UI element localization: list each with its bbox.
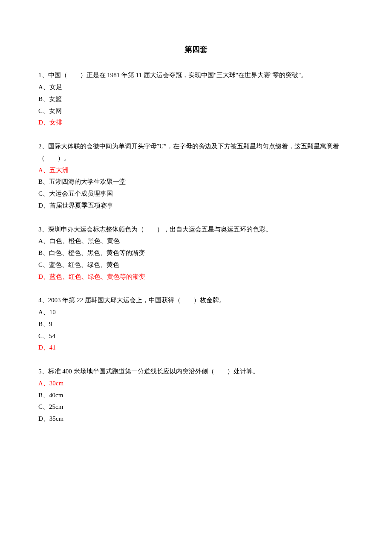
option-c: C、女网 — [38, 105, 354, 117]
question-text: 5、标准 400 米场地半圆式跑道第一分道线长应以内突沿外侧（ ）处计算。 — [38, 366, 354, 378]
option-a: A、女足 — [38, 81, 354, 93]
option-b: B、9 — [38, 318, 354, 330]
option-c: C、25cm — [38, 401, 354, 413]
question-text: 3、深圳申办大运会标志整体颜色为（ ），出自大运会五星与奥运五环的色彩。 — [38, 224, 354, 236]
option-c: C、54 — [38, 330, 354, 342]
option-b: B、白色、橙色、黑色、黄色等的渐变 — [38, 247, 354, 259]
question-block: 4、2003 年第 22 届韩国大邱大运会上，中国获得（ ）枚金牌。 A、10 … — [38, 295, 354, 354]
option-b: B、女篮 — [38, 93, 354, 105]
option-a: A、10 — [38, 306, 354, 318]
option-d: D、女排 — [38, 117, 354, 129]
option-c: C、蓝色、红色、绿色、黄色 — [38, 259, 354, 271]
option-d: D、41 — [38, 342, 354, 354]
option-d: D、蓝色、红色、绿色、黄色等的渐变 — [38, 271, 354, 283]
option-c: C、大运会五个成员理事国 — [38, 188, 354, 200]
page-title: 第四套 — [38, 43, 354, 57]
question-text: 4、2003 年第 22 届韩国大邱大运会上，中国获得（ ）枚金牌。 — [38, 295, 354, 306]
question-block: 5、标准 400 米场地半圆式跑道第一分道线长应以内突沿外侧（ ）处计算。 A、… — [38, 366, 354, 425]
question-text: 1、中国（ ）正是在 1981 年第 11 届大运会夺冠，实现中国"三大球"在世… — [38, 69, 354, 81]
question-block: 3、深圳申办大运会标志整体颜色为（ ），出自大运会五星与奥运五环的色彩。 A、白… — [38, 224, 354, 283]
question-text: 2、国际大体联的会徽中间为单词开头字母″U″，在字母的旁边及下方被五颗星均匀点缀… — [38, 141, 354, 165]
option-a: A、五大洲 — [38, 165, 354, 176]
document-page: 第四套 1、中国（ ）正是在 1981 年第 11 届大运会夺冠，实现中国"三大… — [0, 0, 392, 462]
option-b: B、五湖四海的大学生欢聚一堂 — [38, 176, 354, 188]
option-b: B、40cm — [38, 390, 354, 402]
question-block: 2、国际大体联的会徽中间为单词开头字母″U″，在字母的旁边及下方被五颗星均匀点缀… — [38, 141, 354, 212]
option-a: A、30cm — [38, 378, 354, 390]
option-d: D、35cm — [38, 413, 354, 425]
option-d: D、首届世界夏季五项赛事 — [38, 200, 354, 212]
option-a: A、白色、橙色、黑色、黄色 — [38, 235, 354, 247]
question-block: 1、中国（ ）正是在 1981 年第 11 届大运会夺冠，实现中国"三大球"在世… — [38, 69, 354, 129]
